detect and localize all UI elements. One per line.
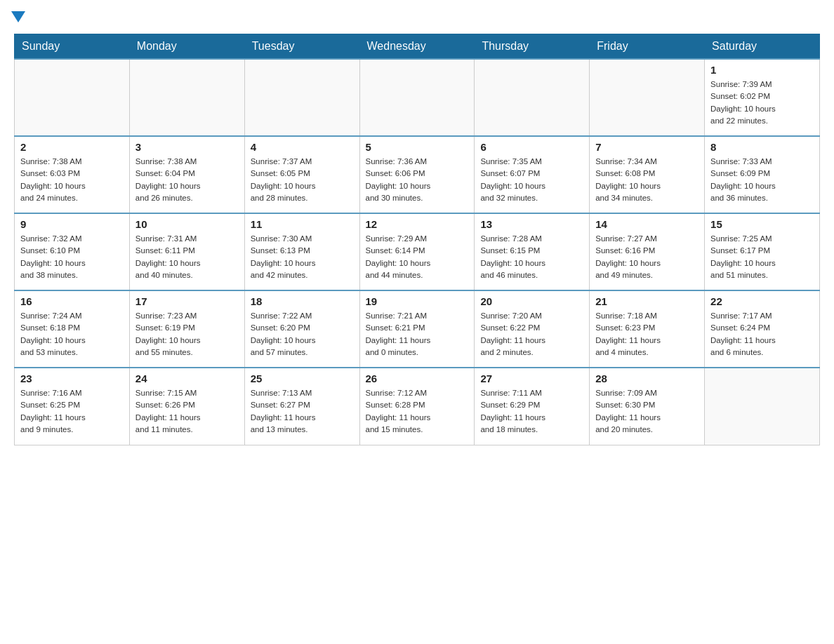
calendar-cell (705, 368, 820, 445)
day-header-tuesday: Tuesday (244, 34, 359, 60)
calendar-table: SundayMondayTuesdayWednesdayThursdayFrid… (14, 34, 820, 445)
day-number: 12 (366, 218, 469, 230)
day-info: Sunrise: 7:20 AMSunset: 6:22 PMDaylight:… (480, 310, 583, 358)
day-number: 13 (480, 218, 583, 230)
day-number: 4 (251, 141, 354, 153)
day-info: Sunrise: 7:36 AMSunset: 6:06 PMDaylight:… (366, 156, 469, 204)
calendar-cell (129, 59, 244, 136)
day-number: 15 (710, 218, 814, 230)
day-number: 2 (20, 141, 124, 153)
day-info: Sunrise: 7:15 AMSunset: 6:26 PMDaylight:… (135, 387, 239, 436)
logo-triangle-icon (11, 11, 25, 22)
calendar-cell: 28Sunrise: 7:09 AMSunset: 6:30 PMDayligh… (590, 368, 705, 445)
calendar-cell: 14Sunrise: 7:27 AMSunset: 6:16 PMDayligh… (590, 213, 705, 290)
calendar-cell (15, 59, 130, 136)
calendar-cell: 8Sunrise: 7:33 AMSunset: 6:09 PMDaylight… (705, 136, 820, 213)
day-info: Sunrise: 7:34 AMSunset: 6:08 PMDaylight:… (595, 156, 699, 204)
day-info: Sunrise: 7:17 AMSunset: 6:24 PMDaylight:… (710, 310, 814, 358)
day-info: Sunrise: 7:18 AMSunset: 6:23 PMDaylight:… (595, 310, 699, 358)
day-number: 27 (480, 373, 583, 384)
day-number: 1 (710, 64, 814, 76)
day-header-sunday: Sunday (15, 34, 130, 60)
calendar-cell: 21Sunrise: 7:18 AMSunset: 6:23 PMDayligh… (590, 290, 705, 368)
day-info: Sunrise: 7:38 AMSunset: 6:04 PMDaylight:… (135, 156, 239, 204)
day-info: Sunrise: 7:13 AMSunset: 6:27 PMDaylight:… (251, 387, 354, 436)
calendar-cell: 20Sunrise: 7:20 AMSunset: 6:22 PMDayligh… (475, 290, 590, 368)
calendar-cell: 25Sunrise: 7:13 AMSunset: 6:27 PMDayligh… (244, 368, 359, 445)
day-info: Sunrise: 7:21 AMSunset: 6:21 PMDaylight:… (366, 310, 469, 358)
week-row-5: 23Sunrise: 7:16 AMSunset: 6:25 PMDayligh… (15, 368, 820, 445)
calendar-cell: 27Sunrise: 7:11 AMSunset: 6:29 PMDayligh… (475, 368, 590, 445)
day-info: Sunrise: 7:09 AMSunset: 6:30 PMDaylight:… (595, 387, 699, 436)
day-number: 7 (595, 141, 699, 153)
day-info: Sunrise: 7:32 AMSunset: 6:10 PMDaylight:… (20, 233, 124, 281)
calendar-cell: 2Sunrise: 7:38 AMSunset: 6:03 PMDaylight… (15, 136, 130, 213)
calendar-cell: 22Sunrise: 7:17 AMSunset: 6:24 PMDayligh… (705, 290, 820, 368)
calendar-cell (475, 59, 590, 136)
calendar-cell: 23Sunrise: 7:16 AMSunset: 6:25 PMDayligh… (15, 368, 130, 445)
day-info: Sunrise: 7:37 AMSunset: 6:05 PMDaylight:… (251, 156, 354, 204)
calendar-cell: 6Sunrise: 7:35 AMSunset: 6:07 PMDaylight… (475, 136, 590, 213)
calendar-cell: 7Sunrise: 7:34 AMSunset: 6:08 PMDaylight… (590, 136, 705, 213)
day-number: 21 (595, 295, 699, 307)
day-number: 8 (710, 141, 814, 153)
day-number: 26 (366, 373, 469, 384)
day-info: Sunrise: 7:38 AMSunset: 6:03 PMDaylight:… (20, 156, 124, 204)
calendar-cell (359, 59, 475, 136)
week-row-3: 9Sunrise: 7:32 AMSunset: 6:10 PMDaylight… (15, 213, 820, 290)
day-info: Sunrise: 7:11 AMSunset: 6:29 PMDaylight:… (480, 387, 583, 436)
day-info: Sunrise: 7:16 AMSunset: 6:25 PMDaylight:… (20, 387, 124, 436)
day-number: 11 (251, 218, 354, 230)
day-info: Sunrise: 7:28 AMSunset: 6:15 PMDaylight:… (480, 233, 583, 281)
calendar-cell: 13Sunrise: 7:28 AMSunset: 6:15 PMDayligh… (475, 213, 590, 290)
day-number: 14 (595, 218, 699, 230)
day-header-thursday: Thursday (475, 34, 590, 60)
week-row-2: 2Sunrise: 7:38 AMSunset: 6:03 PMDaylight… (15, 136, 820, 213)
calendar-cell: 9Sunrise: 7:32 AMSunset: 6:10 PMDaylight… (15, 213, 130, 290)
calendar-cell: 24Sunrise: 7:15 AMSunset: 6:26 PMDayligh… (129, 368, 244, 445)
day-info: Sunrise: 7:35 AMSunset: 6:07 PMDaylight:… (480, 156, 583, 204)
day-info: Sunrise: 7:27 AMSunset: 6:16 PMDaylight:… (595, 233, 699, 281)
day-header-monday: Monday (129, 34, 244, 60)
calendar-cell: 15Sunrise: 7:25 AMSunset: 6:17 PMDayligh… (705, 213, 820, 290)
calendar-cell: 10Sunrise: 7:31 AMSunset: 6:11 PMDayligh… (129, 213, 244, 290)
day-info: Sunrise: 7:39 AMSunset: 6:02 PMDaylight:… (710, 79, 814, 127)
calendar-cell: 16Sunrise: 7:24 AMSunset: 6:18 PMDayligh… (15, 290, 130, 368)
day-info: Sunrise: 7:29 AMSunset: 6:14 PMDaylight:… (366, 233, 469, 281)
day-number: 24 (135, 373, 239, 384)
day-number: 6 (480, 141, 583, 153)
week-row-1: 1Sunrise: 7:39 AMSunset: 6:02 PMDaylight… (15, 59, 820, 136)
calendar-cell: 18Sunrise: 7:22 AMSunset: 6:20 PMDayligh… (244, 290, 359, 368)
day-info: Sunrise: 7:31 AMSunset: 6:11 PMDaylight:… (135, 233, 239, 281)
day-number: 16 (20, 295, 124, 307)
day-info: Sunrise: 7:24 AMSunset: 6:18 PMDaylight:… (20, 310, 124, 358)
calendar-cell: 26Sunrise: 7:12 AMSunset: 6:28 PMDayligh… (359, 368, 475, 445)
day-number: 9 (20, 218, 124, 230)
day-number: 5 (366, 141, 469, 153)
day-number: 23 (20, 373, 124, 384)
day-number: 10 (135, 218, 239, 230)
day-number: 19 (366, 295, 469, 307)
day-info: Sunrise: 7:25 AMSunset: 6:17 PMDaylight:… (710, 233, 814, 281)
calendar-cell: 4Sunrise: 7:37 AMSunset: 6:05 PMDaylight… (244, 136, 359, 213)
calendar-cell: 5Sunrise: 7:36 AMSunset: 6:06 PMDaylight… (359, 136, 475, 213)
day-info: Sunrise: 7:12 AMSunset: 6:28 PMDaylight:… (366, 387, 469, 436)
logo (14, 14, 25, 22)
day-number: 3 (135, 141, 239, 153)
day-header-wednesday: Wednesday (359, 34, 475, 60)
calendar-cell: 1Sunrise: 7:39 AMSunset: 6:02 PMDaylight… (705, 59, 820, 136)
day-header-friday: Friday (590, 34, 705, 60)
page-header (14, 14, 820, 22)
day-info: Sunrise: 7:30 AMSunset: 6:13 PMDaylight:… (251, 233, 354, 281)
calendar-cell: 12Sunrise: 7:29 AMSunset: 6:14 PMDayligh… (359, 213, 475, 290)
week-row-4: 16Sunrise: 7:24 AMSunset: 6:18 PMDayligh… (15, 290, 820, 368)
day-header-saturday: Saturday (705, 34, 820, 60)
calendar-cell: 11Sunrise: 7:30 AMSunset: 6:13 PMDayligh… (244, 213, 359, 290)
day-info: Sunrise: 7:22 AMSunset: 6:20 PMDaylight:… (251, 310, 354, 358)
day-number: 20 (480, 295, 583, 307)
day-number: 18 (251, 295, 354, 307)
day-number: 22 (710, 295, 814, 307)
day-info: Sunrise: 7:23 AMSunset: 6:19 PMDaylight:… (135, 310, 239, 358)
calendar-cell (590, 59, 705, 136)
day-number: 28 (595, 373, 699, 384)
